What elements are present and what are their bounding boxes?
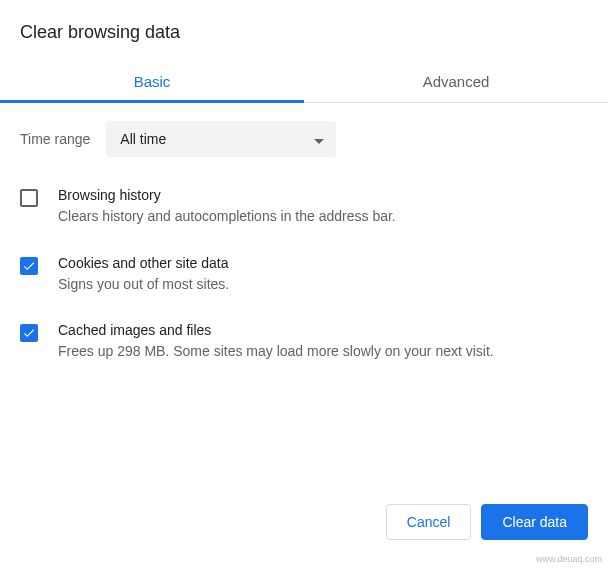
checkbox-cached[interactable] — [20, 324, 38, 342]
content-area: Time range All time Browsing history Cle… — [0, 103, 608, 362]
option-title: Browsing history — [58, 187, 588, 203]
option-desc: Clears history and autocompletions in th… — [58, 207, 588, 227]
tabs-container: Basic Advanced — [0, 59, 608, 103]
option-desc: Frees up 298 MB. Some sites may load mor… — [58, 342, 588, 362]
dialog-footer: Cancel Clear data — [386, 504, 588, 540]
checkbox-cookies[interactable] — [20, 257, 38, 275]
tab-basic[interactable]: Basic — [0, 59, 304, 102]
option-title: Cookies and other site data — [58, 255, 588, 271]
option-text: Browsing history Clears history and auto… — [58, 187, 588, 227]
option-cached: Cached images and files Frees up 298 MB.… — [20, 322, 588, 362]
checkbox-browsing-history[interactable] — [20, 189, 38, 207]
time-range-select[interactable]: All time — [106, 121, 336, 157]
time-range-value: All time — [120, 131, 166, 147]
option-desc: Signs you out of most sites. — [58, 275, 588, 295]
dialog-title: Clear browsing data — [0, 0, 608, 59]
option-cookies: Cookies and other site data Signs you ou… — [20, 255, 588, 295]
option-browsing-history: Browsing history Clears history and auto… — [20, 187, 588, 227]
option-text: Cookies and other site data Signs you ou… — [58, 255, 588, 295]
watermark: www.deuaq.com — [536, 554, 602, 564]
time-range-label: Time range — [20, 131, 90, 147]
cancel-button[interactable]: Cancel — [386, 504, 472, 540]
dropdown-arrow-icon — [314, 131, 324, 147]
clear-data-button[interactable]: Clear data — [481, 504, 588, 540]
option-title: Cached images and files — [58, 322, 588, 338]
time-range-row: Time range All time — [20, 121, 588, 157]
tab-advanced[interactable]: Advanced — [304, 59, 608, 102]
option-text: Cached images and files Frees up 298 MB.… — [58, 322, 588, 362]
